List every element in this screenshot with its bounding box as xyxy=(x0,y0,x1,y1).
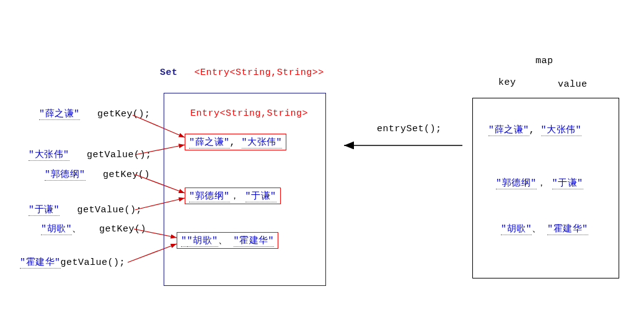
call3-fn: getKey() xyxy=(103,170,150,180)
entry2-value: "于谦" xyxy=(245,191,276,202)
entry3-value: "霍建华" xyxy=(234,236,275,247)
map1-value: "大张伟" xyxy=(541,125,582,136)
entry3-key: "胡歌" xyxy=(187,236,218,247)
call6-val: "霍建华" xyxy=(20,257,61,269)
call2-fn: getValue(); xyxy=(87,150,152,160)
call5-val: "胡歌" xyxy=(41,224,72,235)
map2-value: "于谦" xyxy=(552,178,583,189)
map-pair-1: "薛之谦", "大张伟" xyxy=(488,124,581,136)
call-row-6: "霍建华"getValue(); xyxy=(20,256,125,268)
entryset-label: entrySet(); xyxy=(377,124,442,134)
map2-sep: ， xyxy=(537,178,547,189)
call-row-4: "于谦" getValue(); xyxy=(29,204,142,215)
entry1-key: "薛之谦" xyxy=(189,137,230,149)
call2-val: "大张伟" xyxy=(29,150,69,161)
value-header: value xyxy=(558,79,588,90)
call5-fn: getKey() xyxy=(99,224,146,235)
entry2-sep: ， xyxy=(230,191,240,202)
call1-val: "薛之谦" xyxy=(39,109,80,120)
entry-box-1: "薛之谦", "大张伟" xyxy=(185,134,286,150)
entry-box-2: "郭德纲"， "于谦" xyxy=(185,188,281,204)
call6-fn: getValue(); xyxy=(61,257,126,268)
map3-sep: 、 xyxy=(532,224,542,235)
call3-val: "郭德纲" xyxy=(45,170,86,181)
call-row-3: "郭德纲" getKey() xyxy=(45,168,150,180)
entry1-sep: , xyxy=(230,137,236,148)
map3-value: "霍建华" xyxy=(547,224,588,235)
map-label: map xyxy=(536,56,554,66)
map-pair-2: "郭德纲"， "于谦" xyxy=(496,177,583,189)
call5-sep: 、 xyxy=(72,224,82,235)
call-row-2: "大张伟" getValue(); xyxy=(29,149,152,160)
set-type: <Entry<String,String>> xyxy=(195,67,324,78)
map-pair-3: "胡歌"、 "霍建华" xyxy=(501,223,588,235)
key-header: key xyxy=(498,77,516,88)
set-label: Set xyxy=(160,67,178,78)
entry2-key: "郭德纲" xyxy=(189,191,230,202)
call-row-1: "薛之谦" getKey(); xyxy=(39,108,151,119)
map1-key: "薛之谦" xyxy=(488,125,529,136)
entry-box-3: ""胡歌"、 "霍建华" xyxy=(177,232,278,249)
call1-fn: getKey(); xyxy=(97,109,151,119)
map3-key: "胡歌" xyxy=(501,224,532,235)
call4-val: "于谦" xyxy=(29,205,60,216)
map1-sep: , xyxy=(529,125,536,136)
entry1-value: "大张伟" xyxy=(242,137,283,149)
call-row-5: "胡歌"、 getKey() xyxy=(41,223,146,235)
entry3-sep: 、 xyxy=(218,236,228,246)
entry3-lead: " xyxy=(181,236,187,247)
entry-type-label: Entry<String,String> xyxy=(190,108,308,119)
map2-key: "郭德纲" xyxy=(496,178,537,189)
diagram-root: Set <Entry<String,String>> Entry<String,… xyxy=(0,0,644,315)
call4-fn: getValue(); xyxy=(77,205,143,215)
set-title: Set <Entry<String,String>> xyxy=(160,66,324,78)
